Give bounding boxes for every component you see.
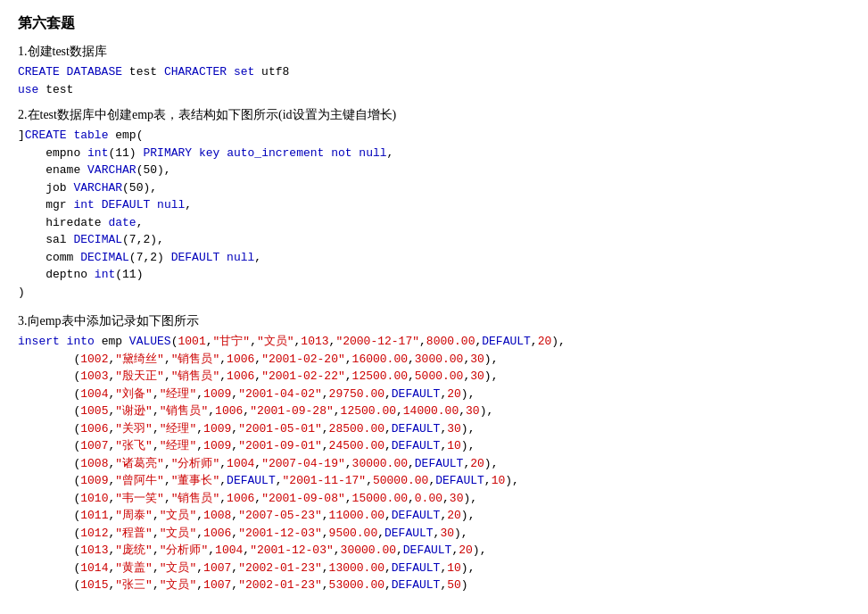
section-1-heading: 1.创建test数据库 xyxy=(18,44,850,60)
page-title: 第六套题 xyxy=(18,14,850,33)
section-1: 1.创建test数据库 CREATE DATABASE test CHARACT… xyxy=(18,44,850,98)
section-3: 3.向emp表中添加记录如下图所示 insert into emp VALUES… xyxy=(18,313,850,594)
section-2-heading: 2.在test数据库中创建emp表，表结构如下图所示(id设置为主键自增长) xyxy=(18,107,850,123)
section-2: 2.在test数据库中创建emp表，表结构如下图所示(id设置为主键自增长) ]… xyxy=(18,107,850,301)
section-2-code: ]CREATE table emp( empno int(11) PRIMARY… xyxy=(18,127,850,301)
section-3-code: insert into emp VALUES(1001,"甘宁","文员",10… xyxy=(18,333,850,594)
section-3-heading: 3.向emp表中添加记录如下图所示 xyxy=(18,313,850,329)
section-1-code: CREATE DATABASE test CHARACTER set utf8 … xyxy=(18,63,850,98)
